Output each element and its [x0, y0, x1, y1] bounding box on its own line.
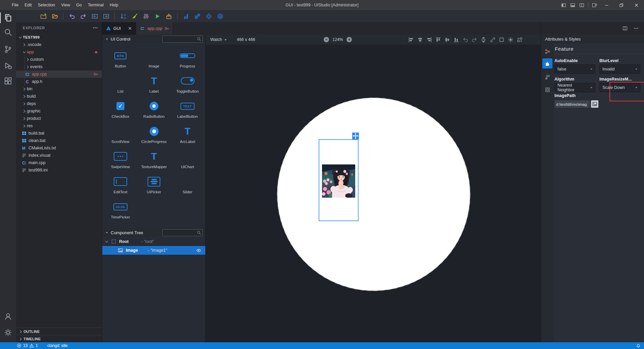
activity-source-control-icon[interactable] — [0, 42, 16, 56]
tree-item-vscode[interactable]: .vscode — [16, 41, 102, 48]
tree-item-res[interactable]: res — [16, 122, 102, 130]
tree-item-bin[interactable]: bin — [16, 85, 102, 93]
palette-item-texturemapper[interactable]: TTextureMapper — [137, 149, 171, 169]
menu-item-file[interactable]: File — [9, 0, 21, 10]
menu-item-selection[interactable]: Selection — [35, 0, 58, 10]
redo-icon[interactable] — [79, 12, 87, 20]
tree-item-build[interactable]: build — [16, 93, 102, 100]
visibility-eye-icon[interactable] — [196, 248, 201, 253]
component-tree-row-root[interactable]: Root- "root" — [102, 237, 205, 246]
tree-item-app-cpp[interactable]: C++app.cpp9+ — [16, 70, 102, 78]
tree-item-build-bat[interactable]: build.bat — [16, 130, 102, 137]
component-tree-search-input[interactable] — [163, 231, 197, 235]
menu-item-help[interactable]: Help — [107, 0, 121, 10]
dropdown-algorithm[interactable]: Nearest Neighbor — [554, 83, 595, 92]
tree-item-deps[interactable]: deps — [16, 100, 102, 107]
dropdown-autoenable[interactable]: false — [554, 64, 595, 74]
dropdown-imageresizem[interactable]: Scale Down — [599, 83, 640, 92]
activity-run-debug-icon[interactable] — [0, 59, 16, 73]
panel-left-icon[interactable] — [91, 12, 98, 20]
format-icon[interactable] — [142, 12, 150, 20]
move-handle[interactable] — [352, 133, 359, 139]
palette-item-checkbox[interactable]: ✓CheckBox — [104, 99, 137, 118]
device-selector[interactable]: Watch — [210, 37, 227, 42]
tree-item-app[interactable]: app — [16, 48, 102, 56]
ui-control-section-header[interactable]: UI Control — [102, 35, 205, 44]
diamond-icon[interactable] — [205, 12, 212, 20]
design-canvas[interactable] — [206, 45, 541, 342]
palette-item-radiobutton[interactable]: RadioButton — [137, 99, 171, 118]
tab-gui[interactable]: GUI — [102, 22, 136, 35]
brightness-sun-icon[interactable] — [507, 37, 514, 43]
menu-item-terminal[interactable]: Terminal — [85, 0, 107, 10]
border-square-icon[interactable] — [498, 37, 504, 43]
activity-settings-gear-icon[interactable] — [0, 326, 16, 340]
palette-item-scrollview[interactable]: ScrollView — [104, 124, 137, 144]
align-top-icon[interactable] — [435, 37, 441, 43]
panel-right-icon[interactable] — [102, 12, 110, 20]
redo-icon[interactable] — [471, 37, 477, 43]
palette-item-edittext[interactable]: EditText — [104, 174, 137, 194]
activity-search-icon[interactable] — [0, 25, 16, 39]
layout-columns-icon[interactable] — [577, 0, 586, 10]
notifications-bell-icon[interactable] — [636, 343, 641, 348]
selected-image-control[interactable] — [319, 139, 359, 221]
align-left-icon[interactable] — [408, 37, 414, 43]
chart-icon[interactable] — [182, 12, 190, 20]
split-panel-icon[interactable] — [623, 26, 628, 31]
gears-icon[interactable] — [194, 12, 201, 20]
explorer-more-icon[interactable] — [93, 25, 98, 31]
tree-item-product[interactable]: product — [16, 115, 102, 122]
puzzle-icon[interactable] — [542, 58, 552, 68]
align-bottom-icon[interactable] — [453, 37, 459, 43]
menu-item-view[interactable]: View — [58, 0, 73, 10]
align-right-icon[interactable] — [426, 37, 432, 43]
component-tree-section-header[interactable]: Component Tree — [102, 228, 205, 238]
tree-item-test999-ini[interactable]: test999.ini — [16, 166, 102, 174]
tree-item-graphic[interactable]: graphic — [16, 107, 102, 115]
palette-item-uichart[interactable]: UiChart — [171, 149, 204, 169]
undo-icon[interactable] — [68, 12, 75, 20]
tab-app-cpp[interactable]: C++app.cpp9+ — [136, 22, 173, 35]
palette-item-list[interactable]: List — [104, 73, 137, 93]
align-center-horizontal-icon[interactable] — [417, 37, 423, 43]
ui-control-search-input[interactable] — [163, 37, 197, 41]
minimize-button[interactable] — [599, 0, 614, 10]
image-path-input[interactable]: d:\test\ttt\res\imag — [554, 100, 590, 108]
palette-item-labelbutton[interactable]: TEXTLabelButton — [171, 99, 204, 118]
chip-icon[interactable] — [216, 12, 224, 20]
tree-item-index-visual[interactable]: index.visual — [16, 152, 102, 159]
new-folder-icon[interactable] — [40, 12, 47, 20]
menu-item-go[interactable]: Go — [73, 0, 85, 10]
ellipsis-icon[interactable] — [634, 26, 639, 31]
problems-indicator[interactable]: 13 1 — [17, 343, 38, 348]
layout-panel-icon[interactable] — [568, 0, 577, 10]
nodes-icon[interactable] — [541, 46, 554, 56]
sidebar-section-timeline[interactable]: TIMELINE — [16, 335, 102, 343]
undo-icon[interactable] — [462, 37, 468, 43]
palette-item-progress[interactable]: Progress — [171, 48, 204, 68]
bind-link-icon[interactable] — [489, 37, 495, 43]
form-info-icon[interactable] — [541, 72, 554, 82]
menu-item-edit[interactable]: Edit — [21, 0, 35, 10]
zoom-in-button[interactable]: + — [346, 37, 352, 42]
activity-files-icon[interactable] — [0, 11, 16, 25]
palette-item-arclabel[interactable]: TArcLabel — [171, 124, 204, 144]
activity-extensions-icon[interactable] — [0, 74, 16, 88]
transform-swap-icon[interactable] — [517, 37, 523, 43]
tree-item-cmakelists-txt[interactable]: MCMakeLists.txt — [16, 144, 102, 152]
restore-button[interactable] — [614, 0, 629, 10]
image-picker-button[interactable] — [591, 100, 598, 108]
tree-item-main-cpp[interactable]: C++main.cpp — [16, 159, 102, 166]
tree-item-events[interactable]: events — [16, 63, 102, 70]
layout-sidebar-icon[interactable] — [559, 0, 568, 10]
dropdown-blurlevel[interactable]: Invalid — [599, 64, 640, 74]
close-button[interactable] — [629, 0, 644, 10]
package-icon[interactable] — [165, 12, 172, 20]
frame-double-icon[interactable] — [541, 85, 554, 95]
zoom-out-button[interactable]: − — [324, 37, 329, 42]
align-center-vertical-icon[interactable] — [444, 37, 450, 43]
layout-grid-icon[interactable] — [590, 0, 599, 10]
sidebar-section-outline[interactable]: OUTLINE — [16, 328, 102, 335]
palette-item-slider[interactable]: Slider — [171, 174, 204, 194]
